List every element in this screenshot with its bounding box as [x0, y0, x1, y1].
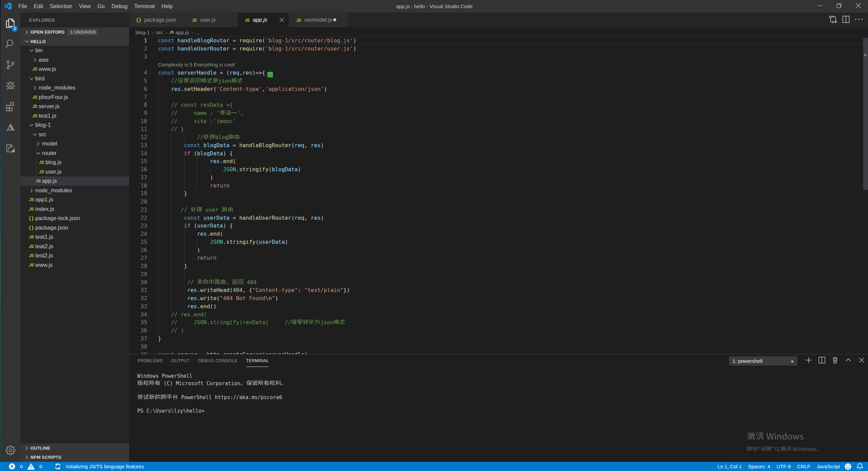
activity-item-extensions[interactable]	[1, 97, 20, 118]
folder-section-hello[interactable]: HELLO	[20, 37, 129, 46]
panel-tab-problems[interactable]: PROBLEMS	[138, 355, 163, 367]
kill-terminal-button[interactable]	[828, 356, 842, 366]
status-javascript[interactable]: JavaScript	[816, 464, 840, 469]
split-terminal-button[interactable]	[815, 356, 828, 366]
menu-file[interactable]: File	[15, 0, 31, 13]
activity-item-explorer[interactable]: 1	[1, 13, 20, 34]
breadcrumb-item-...[interactable]: ...	[196, 30, 200, 35]
activity-item-source-control[interactable]	[1, 55, 20, 76]
breadcrumb-item-blog-1[interactable]: blog-1	[136, 30, 150, 35]
tree-item-package-lock.json[interactable]: {}package-lock.json	[20, 214, 129, 223]
code-line-37: 37}	[129, 335, 863, 343]
more-actions-button[interactable]	[852, 13, 865, 27]
restore-button[interactable]	[829, 0, 849, 13]
code-line-20: 20	[129, 198, 863, 206]
code-token: // const resData ={	[158, 102, 233, 108]
tree-item-teat2.js[interactable]: JSteat2.js	[20, 242, 129, 251]
activity-item-search[interactable]	[1, 34, 20, 55]
tab-user.js[interactable]: JSuser.js	[184, 13, 238, 27]
tree-item-node_modules[interactable]: node_modules	[20, 186, 129, 195]
menu-go[interactable]: Go	[94, 0, 108, 13]
menu-selection[interactable]: Selection	[46, 0, 76, 13]
editor-scrollbar[interactable]	[863, 38, 868, 190]
tree-item-model[interactable]: model	[20, 139, 129, 149]
section-outline[interactable]: OUTLINE	[20, 443, 129, 453]
code-text: }	[158, 335, 161, 343]
tree-item-pfourFour.js[interactable]: JSpfourFour.js	[20, 93, 129, 102]
status-left-items: 00Initializing JS/TS language features	[8, 463, 144, 470]
tree-item-bin[interactable]: bin	[20, 46, 129, 55]
terminal-select[interactable]: 1: powershell	[729, 356, 797, 366]
menu-debug[interactable]: Debug	[108, 0, 131, 13]
indent-guide	[158, 270, 158, 278]
tree-item-teat1.js[interactable]: JSteat1.js	[20, 232, 129, 242]
status-text: 0	[20, 464, 23, 469]
tree-item-app1.js[interactable]: JSapp1.js	[20, 195, 129, 204]
status-notifications-bell[interactable]	[856, 463, 864, 470]
status-warning[interactable]: 0	[27, 463, 42, 470]
breadcrumb-item-src[interactable]: src	[156, 30, 163, 35]
open-editors-section[interactable]: OPEN EDITORS 1 UNSAVED	[20, 27, 129, 37]
section-npm-scripts[interactable]: NPM SCRIPTS	[20, 453, 129, 462]
tab-package.json[interactable]: {}package.json	[129, 13, 184, 27]
activity-item-azure[interactable]	[1, 118, 20, 139]
code-line-26: 26 )	[129, 246, 863, 254]
status-ln-1-col-1[interactable]: Ln 1, Col 1	[718, 464, 742, 469]
new-terminal-button[interactable]	[802, 356, 815, 366]
tree-item-bird[interactable]: bird	[20, 74, 129, 83]
tree-item-test2.js[interactable]: JStest2.js	[20, 251, 129, 260]
line-number: 1	[129, 37, 147, 45]
editor-actions	[827, 13, 865, 27]
tree-item-blog-1[interactable]: blog-1	[20, 120, 129, 130]
tree-item-blog.js[interactable]: JSblog.js	[20, 158, 129, 167]
tree-item-www.js[interactable]: JSwww.js	[20, 64, 129, 74]
tab-app.js[interactable]: JSapp.js	[238, 13, 288, 27]
status-sync[interactable]: Initializing JS/TS language features	[54, 463, 144, 470]
tree-item-app.js[interactable]: JSapp.js	[20, 176, 129, 186]
status-spaces-4[interactable]: Spaces: 4	[748, 464, 770, 469]
tree-item-index.js[interactable]: JSindex.js	[20, 204, 129, 214]
code-editor[interactable]: 1const handleBlogRouter = require('blog-…	[129, 37, 863, 354]
tree-item-user.js[interactable]: JSuser.js	[20, 167, 129, 177]
panel-tab-output[interactable]: OUTPUT	[171, 355, 190, 367]
activity-item-share[interactable]	[1, 138, 20, 159]
line-number: 24	[129, 230, 147, 238]
tree-item-node_modules[interactable]: node_modules	[20, 83, 129, 93]
tab-resmodel.js[interactable]: JSresmodel.js	[289, 13, 348, 27]
status-error[interactable]: 0	[8, 463, 23, 470]
close-tab-icon[interactable]	[279, 17, 284, 23]
terminal-output[interactable]: Windows PowerShell (C) Microsoft Corpora…	[137, 373, 287, 414]
code-token: 'blog-1/src/router/blog.js'	[265, 37, 353, 44]
tree-item-package.json[interactable]: {}package.json	[20, 223, 129, 233]
code-token: blogData	[197, 150, 223, 157]
menu-view[interactable]: View	[76, 0, 94, 13]
tree-item-aws[interactable]: aws	[20, 55, 129, 65]
maximize-panel-button[interactable]	[842, 356, 855, 366]
tree-item-router[interactable]: router	[20, 149, 129, 158]
breadcrumb-item-app.js[interactable]: app.js	[176, 30, 189, 35]
panel-tab-terminal[interactable]: TERMINAL	[246, 355, 269, 367]
status-feedback-smiley[interactable]	[844, 463, 852, 470]
tree-item-label: teat1.js	[35, 232, 53, 242]
compare-changes-button[interactable]	[827, 13, 840, 27]
panel-tab-debug-console[interactable]: DEBUG CONSOLE	[198, 355, 238, 367]
modified-dot-icon[interactable]	[333, 18, 336, 21]
color-decoration-square[interactable]	[267, 72, 273, 77]
tree-item-src[interactable]: src	[20, 130, 129, 139]
code-token: }	[158, 335, 161, 342]
manage-button[interactable]	[1, 441, 20, 462]
tree-item-www.js[interactable]: JSwww.js	[20, 260, 129, 270]
split-editor-button[interactable]	[840, 13, 852, 27]
close-panel-button[interactable]	[855, 356, 868, 366]
activity-item-debug[interactable]	[1, 76, 20, 97]
menu-terminal[interactable]: Terminal	[131, 0, 158, 13]
menu-edit[interactable]: Edit	[31, 0, 47, 13]
minimize-button[interactable]	[810, 0, 829, 13]
close-button[interactable]	[849, 0, 868, 13]
tree-item-server.js[interactable]: JSserver.js	[20, 102, 129, 111]
status-utf-8[interactable]: UTF-8	[776, 464, 791, 469]
menu-help[interactable]: Help	[158, 0, 176, 13]
tree-item-test1.js[interactable]: JStest1.js	[20, 111, 129, 121]
open-files-badge: 1	[12, 25, 18, 32]
status-crlf[interactable]: CRLF	[797, 464, 810, 469]
